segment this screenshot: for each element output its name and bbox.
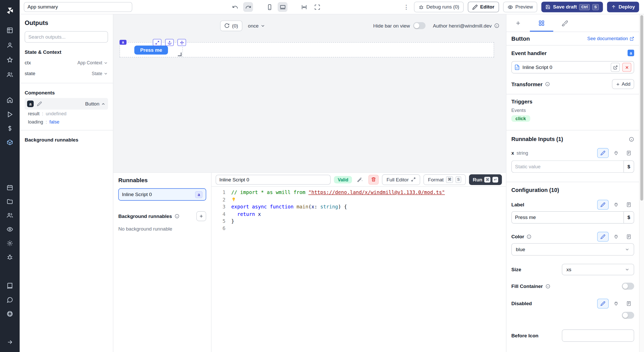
users-group-icon[interactable] [0, 208, 20, 222]
mobile-view-icon[interactable] [265, 2, 274, 12]
canvas-grid-row[interactable]: a Press me [120, 42, 494, 57]
run-button[interactable]: Run ⌘ ↵ [469, 174, 502, 185]
template-doc-icon[interactable] [623, 232, 634, 241]
see-documentation-link[interactable]: See documentation [587, 36, 634, 41]
press-me-button[interactable]: Press me [134, 45, 168, 54]
code-editor[interactable]: 1 2 3 4 5 6 // import * as wmill from "h… [211, 187, 506, 352]
component-prop-result[interactable]: result : undefined [25, 110, 108, 118]
fill-container-toggle[interactable] [622, 283, 634, 290]
move-icon[interactable] [177, 39, 186, 46]
event-handler-script-row[interactable]: Inline Script 0 [511, 61, 634, 74]
dollar-icon[interactable] [0, 121, 20, 135]
preview-toggle-button[interactable]: Preview [503, 2, 537, 12]
dynamic-value-button[interactable]: $ [623, 160, 634, 173]
chevron-down-icon[interactable] [104, 71, 108, 76]
refresh-button[interactable]: (0) [220, 20, 242, 31]
redo-icon[interactable] [243, 2, 253, 12]
component-settings-tab[interactable] [530, 14, 553, 32]
github-icon[interactable] [0, 307, 20, 321]
static-mode-pencil-icon[interactable] [597, 148, 609, 158]
script-name-input[interactable] [216, 174, 331, 184]
grid-icon[interactable] [0, 23, 20, 38]
static-mode-pencil-icon[interactable] [597, 232, 609, 242]
fit-width-icon[interactable] [299, 2, 309, 12]
component-row[interactable]: a Button [25, 98, 108, 110]
windmill-logo[interactable] [0, 3, 20, 18]
output-row-state[interactable]: state State [25, 68, 108, 79]
template-doc-icon[interactable] [623, 200, 634, 209]
info-icon[interactable] [545, 82, 550, 86]
undo-icon[interactable] [230, 2, 240, 12]
star-icon[interactable] [0, 52, 20, 67]
expand-icon[interactable] [153, 39, 161, 46]
template-doc-icon[interactable] [623, 299, 634, 308]
before-icon-select[interactable] [562, 329, 634, 342]
info-icon[interactable] [629, 137, 634, 142]
info-icon[interactable] [527, 234, 532, 239]
disabled-toggle[interactable] [622, 312, 634, 319]
scrollbar-thumb[interactable] [640, 15, 643, 201]
app-summary-input[interactable] [24, 2, 132, 12]
connect-plug-icon[interactable] [611, 232, 621, 241]
arrow-right-icon[interactable] [0, 335, 20, 349]
home-icon[interactable] [0, 93, 20, 107]
save-draft-button[interactable]: Save draft Ctrl S [541, 2, 603, 12]
output-row-ctx[interactable]: ctx App Context [25, 57, 108, 68]
label-value-input[interactable] [511, 211, 623, 224]
connect-plug-icon[interactable] [611, 148, 621, 157]
size-select[interactable]: xs [562, 264, 634, 275]
app-canvas[interactable]: a Press me [113, 37, 506, 172]
book-icon[interactable] [0, 279, 20, 293]
magic-wand-icon[interactable] [355, 175, 365, 184]
runnable-list-item[interactable]: Inline Script 0 a [118, 188, 206, 201]
recompute-interval-select[interactable]: once [248, 23, 265, 28]
search-outputs-input[interactable] [25, 31, 108, 43]
cube-icon[interactable] [0, 135, 20, 149]
template-doc-icon[interactable] [623, 148, 634, 157]
debug-runs-button[interactable]: Debug runs (0) [414, 2, 464, 12]
dynamic-value-button[interactable]: $ [623, 211, 634, 224]
static-mode-pencil-icon[interactable] [597, 200, 609, 209]
play-icon[interactable] [0, 108, 20, 121]
format-button[interactable]: Format ⌘ S [423, 174, 466, 185]
pencil-icon[interactable] [37, 101, 42, 106]
open-script-button[interactable] [611, 63, 620, 72]
user-icon[interactable] [0, 38, 20, 52]
connect-plug-icon[interactable] [611, 200, 621, 209]
deploy-button[interactable]: Deploy [607, 2, 639, 12]
delete-script-button[interactable] [368, 174, 379, 184]
connect-plug-icon[interactable] [611, 299, 621, 308]
vertical-scrollbar[interactable] [639, 14, 644, 352]
lightbulb-icon[interactable] [231, 197, 236, 202]
anchor-icon[interactable] [165, 39, 174, 46]
editor-toggle-button[interactable]: Editor [468, 2, 499, 12]
calendar-icon[interactable] [0, 181, 20, 195]
info-icon[interactable] [545, 284, 550, 289]
bug-icon[interactable] [0, 250, 20, 264]
chevron-down-icon[interactable] [104, 60, 108, 65]
remove-script-button[interactable] [622, 63, 631, 72]
more-menu-icon[interactable]: ⋮ [403, 2, 410, 12]
styling-tab[interactable] [553, 14, 577, 32]
info-icon[interactable] [174, 214, 179, 219]
selected-button-component[interactable]: Press me [120, 43, 183, 57]
component-prop-loading[interactable]: loading : false [25, 118, 108, 126]
users-icon[interactable] [0, 67, 20, 82]
chat-icon[interactable] [0, 293, 20, 307]
chevron-up-icon[interactable] [101, 102, 106, 106]
resize-handle[interactable] [178, 52, 181, 56]
add-transformer-button[interactable]: Add [612, 79, 634, 89]
hide-bar-toggle[interactable] [413, 22, 426, 29]
full-editor-button[interactable]: Full Editor [382, 174, 420, 185]
color-select[interactable]: blue [511, 243, 634, 256]
maximize-icon[interactable] [312, 2, 322, 12]
static-mode-pencil-icon[interactable] [597, 299, 609, 309]
info-icon[interactable] [494, 23, 499, 28]
folder-icon[interactable] [0, 195, 20, 208]
desktop-view-icon[interactable] [278, 2, 287, 12]
insert-component-tab[interactable] [506, 14, 530, 32]
add-background-runnable-button[interactable] [196, 211, 206, 221]
eye-icon[interactable] [0, 222, 20, 236]
gear-icon[interactable] [0, 236, 20, 250]
static-value-input[interactable] [511, 160, 623, 173]
